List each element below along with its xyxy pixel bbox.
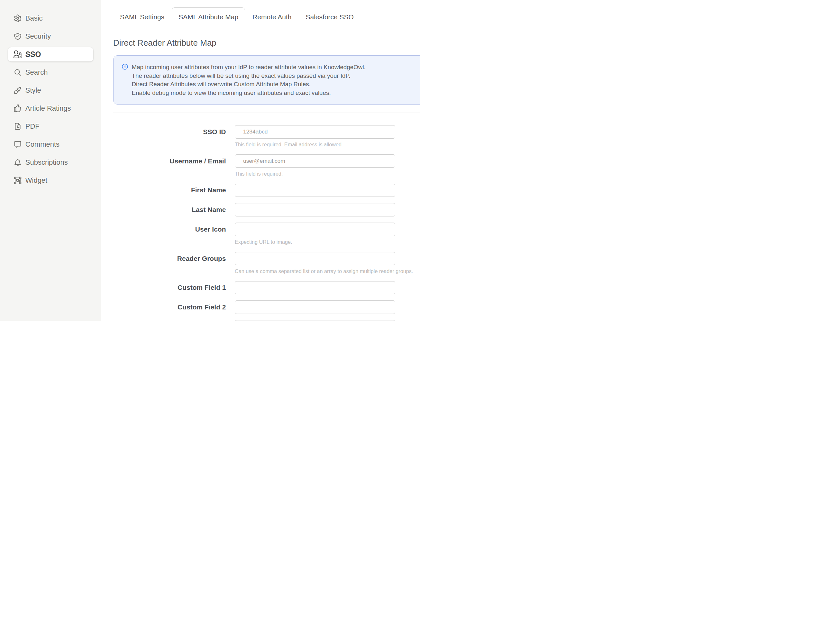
- svg-text:i: i: [124, 64, 125, 69]
